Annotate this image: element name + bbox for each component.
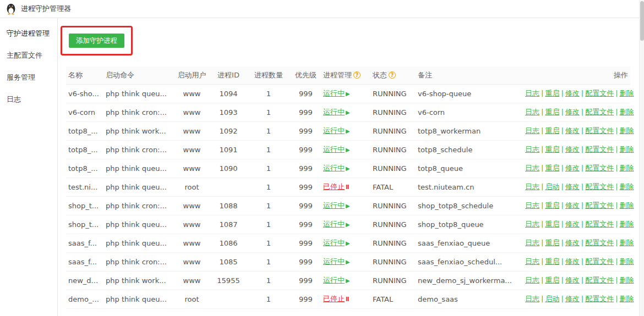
cell-priority: 999 bbox=[291, 84, 321, 103]
action-delete[interactable]: 删除 bbox=[620, 126, 634, 135]
stop-process-link[interactable]: 运行中▶ bbox=[323, 126, 350, 135]
add-daemon-button[interactable]: 添加守护进程 bbox=[69, 34, 124, 48]
cell-status: RUNNING bbox=[370, 271, 416, 290]
cell-user: www bbox=[173, 121, 210, 140]
action-delete[interactable]: 删除 bbox=[620, 89, 634, 97]
action-restart[interactable]: 重启 bbox=[545, 220, 559, 228]
action-modify[interactable]: 修改 bbox=[565, 276, 580, 284]
table-header-row: 名称 启动命令 启动用户 进程ID 进程数量 优先级 进程管理? 状态? 备注 … bbox=[66, 66, 630, 84]
action-delete[interactable]: 删除 bbox=[620, 201, 634, 209]
action-log[interactable]: 日志 bbox=[525, 220, 539, 228]
start-process-link[interactable]: 已停止Ⅱ bbox=[323, 295, 350, 303]
action-separator: | bbox=[581, 182, 583, 191]
stop-process-link[interactable]: 运行中▶ bbox=[323, 276, 350, 284]
action-log[interactable]: 日志 bbox=[525, 295, 539, 303]
action-delete[interactable]: 删除 bbox=[620, 257, 634, 265]
cell-pid bbox=[210, 178, 247, 196]
action-config-file[interactable]: 配置文件 bbox=[585, 164, 614, 172]
cell-name: demo_... bbox=[66, 290, 103, 308]
action-delete[interactable]: 删除 bbox=[620, 239, 634, 247]
action-delete[interactable]: 删除 bbox=[620, 182, 634, 191]
action-modify[interactable]: 修改 bbox=[565, 239, 580, 247]
stop-process-link[interactable]: 运行中▶ bbox=[323, 164, 350, 172]
stop-process-link[interactable]: 运行中▶ bbox=[323, 108, 350, 116]
action-delete[interactable]: 删除 bbox=[620, 220, 634, 228]
action-log[interactable]: 日志 bbox=[525, 89, 539, 97]
cell-manage: 已停止Ⅱ bbox=[321, 290, 370, 308]
action-restart[interactable]: 重启 bbox=[545, 257, 559, 265]
action-config-file[interactable]: 配置文件 bbox=[585, 108, 614, 116]
action-modify[interactable]: 修改 bbox=[565, 182, 580, 191]
action-delete[interactable]: 删除 bbox=[620, 295, 634, 303]
action-config-file[interactable]: 配置文件 bbox=[585, 239, 614, 247]
cell-manage: 运行中▶ bbox=[321, 271, 370, 290]
cell-actions: 日志|重启|修改|配置文件|删除 bbox=[523, 159, 630, 178]
action-modify[interactable]: 修改 bbox=[565, 257, 580, 265]
action-restart[interactable]: 重启 bbox=[545, 108, 559, 116]
stop-process-link[interactable]: 运行中▶ bbox=[323, 145, 350, 153]
action-config-file[interactable]: 配置文件 bbox=[585, 145, 614, 153]
action-start[interactable]: 启动 bbox=[545, 295, 559, 303]
action-log[interactable]: 日志 bbox=[525, 239, 539, 247]
col-note: 备注 bbox=[416, 66, 523, 84]
action-separator: | bbox=[541, 145, 543, 153]
action-delete[interactable]: 删除 bbox=[620, 164, 634, 172]
action-config-file[interactable]: 配置文件 bbox=[585, 201, 614, 209]
cell-name: new_d... bbox=[66, 271, 103, 290]
action-modify[interactable]: 修改 bbox=[565, 108, 580, 116]
action-config-file[interactable]: 配置文件 bbox=[585, 220, 614, 228]
action-log[interactable]: 日志 bbox=[525, 126, 539, 135]
action-restart[interactable]: 重启 bbox=[545, 239, 559, 247]
sidebar-item-service-management[interactable]: 服务管理 bbox=[0, 66, 57, 88]
action-delete[interactable]: 删除 bbox=[620, 108, 634, 116]
action-modify[interactable]: 修改 bbox=[565, 295, 580, 303]
action-restart[interactable]: 重启 bbox=[545, 164, 559, 172]
stop-process-link[interactable]: 运行中▶ bbox=[323, 257, 350, 265]
action-log[interactable]: 日志 bbox=[525, 145, 539, 153]
action-modify[interactable]: 修改 bbox=[565, 126, 580, 135]
stop-process-link[interactable]: 运行中▶ bbox=[323, 89, 350, 97]
action-modify[interactable]: 修改 bbox=[565, 164, 580, 172]
action-config-file[interactable]: 配置文件 bbox=[585, 89, 614, 97]
action-start[interactable]: 启动 bbox=[545, 182, 559, 191]
page-scrollbar[interactable] bbox=[639, 0, 644, 316]
question-circle-icon[interactable]: ? bbox=[389, 71, 396, 79]
cell-user: root bbox=[173, 290, 210, 308]
action-log[interactable]: 日志 bbox=[525, 257, 539, 265]
action-delete[interactable]: 删除 bbox=[620, 145, 634, 153]
action-log[interactable]: 日志 bbox=[525, 164, 539, 172]
stop-process-link[interactable]: 运行中▶ bbox=[323, 239, 350, 247]
action-config-file[interactable]: 配置文件 bbox=[585, 257, 614, 265]
action-config-file[interactable]: 配置文件 bbox=[585, 182, 614, 191]
question-circle-icon[interactable]: ? bbox=[353, 71, 361, 79]
action-modify[interactable]: 修改 bbox=[565, 145, 580, 153]
start-process-link[interactable]: 已停止Ⅱ bbox=[323, 182, 350, 191]
cell-name: totp8_... bbox=[66, 121, 103, 140]
action-restart[interactable]: 重启 bbox=[545, 89, 559, 97]
action-modify[interactable]: 修改 bbox=[565, 201, 580, 209]
sidebar-item-logs[interactable]: 日志 bbox=[0, 88, 57, 110]
action-config-file[interactable]: 配置文件 bbox=[585, 295, 614, 303]
action-restart[interactable]: 重启 bbox=[545, 126, 559, 135]
cell-note: new_demo_sj_workerma... bbox=[416, 271, 523, 290]
scrollbar-thumb[interactable] bbox=[640, 1, 644, 41]
action-restart[interactable]: 重启 bbox=[545, 145, 559, 153]
action-modify[interactable]: 修改 bbox=[565, 89, 580, 97]
action-restart[interactable]: 重启 bbox=[545, 276, 559, 284]
stop-process-link[interactable]: 运行中▶ bbox=[323, 220, 350, 228]
action-log[interactable]: 日志 bbox=[525, 108, 539, 116]
sidebar-item-main-config[interactable]: 主配置文件 bbox=[0, 45, 57, 66]
action-log[interactable]: 日志 bbox=[525, 201, 539, 209]
action-config-file[interactable]: 配置文件 bbox=[585, 276, 614, 284]
action-log[interactable]: 日志 bbox=[525, 276, 539, 284]
action-delete[interactable]: 删除 bbox=[620, 276, 634, 284]
action-config-file[interactable]: 配置文件 bbox=[585, 126, 614, 135]
sidebar-item-daemon-management[interactable]: 守护进程管理 bbox=[0, 23, 57, 45]
stop-process-link[interactable]: 运行中▶ bbox=[323, 201, 350, 209]
action-modify[interactable]: 修改 bbox=[565, 220, 580, 228]
action-restart[interactable]: 重启 bbox=[545, 201, 559, 209]
cell-note: saas_fenxiao_schedul... bbox=[416, 252, 523, 271]
cell-note: shop_totp8_queue bbox=[416, 215, 523, 234]
action-log[interactable]: 日志 bbox=[525, 182, 539, 191]
cell-pid: 15955 bbox=[210, 271, 247, 290]
